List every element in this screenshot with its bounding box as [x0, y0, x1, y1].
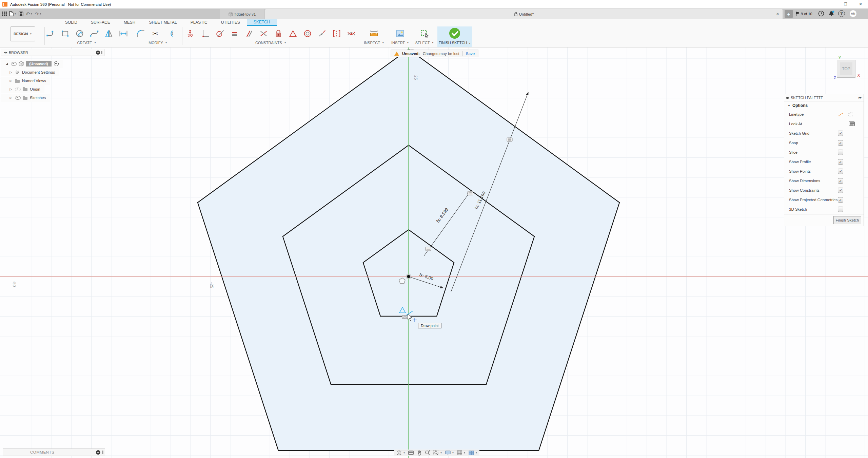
fix-constraint-icon[interactable]	[186, 28, 196, 39]
mirror-tool-icon[interactable]	[104, 28, 114, 39]
look-at-icon[interactable]	[849, 121, 855, 126]
save-icon[interactable]	[19, 12, 23, 16]
insert-image-icon[interactable]	[395, 28, 405, 39]
curvature-constraint-icon[interactable]	[346, 28, 356, 39]
select-group-label[interactable]: SELECT▼	[414, 41, 435, 45]
tree-item-named-views[interactable]: ▷ Named Views	[1, 77, 50, 85]
look-at-tool[interactable]	[408, 451, 414, 455]
sketch-canvas[interactable]: -50 -25 25 fx: 8.599 fx: 11.199 fx: 5.00	[0, 47, 868, 458]
constraint-badge-2[interactable]	[468, 191, 473, 195]
visibility-eye-icon[interactable]	[15, 96, 21, 100]
document-tab-untitled[interactable]: Untitled* ✕	[265, 9, 783, 19]
close-button[interactable]: ✕	[853, 0, 868, 8]
undo-icon[interactable]: ↶▼	[26, 11, 33, 17]
sketch-grid-checkbox[interactable]: ✓	[838, 131, 843, 136]
finish-sketch-palette-button[interactable]: Finish Sketch	[833, 216, 861, 224]
show-constraints-checkbox[interactable]: ✓	[838, 188, 843, 193]
midpoint-constraint-icon[interactable]	[317, 28, 327, 39]
browser-scrollbar[interactable]	[101, 51, 102, 54]
collapse-panel-icon[interactable]: ◀◀	[4, 51, 7, 54]
view-cube[interactable]: TOP Y X Z	[837, 60, 855, 78]
symmetry-constraint-icon[interactable]	[332, 28, 342, 39]
perpendicular-constraint-icon[interactable]	[200, 28, 211, 39]
tab-sketch[interactable]: SKETCH	[247, 19, 277, 26]
concentric-constraint-icon[interactable]	[302, 28, 313, 39]
create-group-label[interactable]: CREATE▼	[45, 41, 128, 45]
tab-surface[interactable]: SURFACE	[84, 19, 117, 26]
fillet-tool-icon[interactable]	[136, 28, 146, 39]
tangent-constraint-icon[interactable]	[215, 28, 225, 39]
snap-checkbox[interactable]: ✓	[838, 140, 843, 146]
modify-group-label[interactable]: MODIFY▼	[136, 41, 180, 45]
expand-panel-icon[interactable]: ▶▶	[859, 96, 862, 99]
construction-linetype-icon[interactable]	[838, 112, 844, 117]
options-section-header[interactable]: ▼ Options	[784, 101, 864, 110]
select-tool-icon[interactable]	[419, 28, 430, 39]
parallel-constraint-icon[interactable]	[244, 28, 254, 39]
tab-solid[interactable]: SOLID	[58, 19, 84, 26]
job-status-icon[interactable]	[818, 10, 825, 17]
tree-item-origin[interactable]: ▷ Origin	[1, 85, 44, 93]
origin-point[interactable]	[407, 275, 410, 278]
sketch-dimension-tool-icon[interactable]	[118, 28, 129, 39]
tree-item-sketches[interactable]: ▷ Sketches	[1, 94, 50, 102]
add-comment-icon[interactable]: +	[96, 450, 100, 455]
show-projected-geometries-checkbox[interactable]: ✓	[838, 197, 843, 203]
browser-minus-icon[interactable]: −	[96, 51, 100, 55]
slice-checkbox[interactable]	[838, 150, 843, 155]
measure-tool-icon[interactable]	[369, 28, 379, 39]
help-icon[interactable]: ?	[838, 10, 845, 17]
equal-constraint-icon[interactable]	[230, 28, 240, 39]
visibility-eye-off-icon[interactable]	[15, 88, 21, 91]
show-dimensions-checkbox[interactable]: ✓	[838, 178, 843, 184]
expander-closed-icon[interactable]: ▷	[9, 96, 13, 99]
minimize-button[interactable]: –	[823, 0, 838, 8]
circle-tool-icon[interactable]	[75, 28, 85, 39]
comments-scrollbar[interactable]	[102, 451, 103, 454]
line-tool-icon[interactable]	[45, 28, 56, 39]
trim-tool-icon[interactable]: ✂	[150, 28, 160, 39]
expander-closed-icon[interactable]: ▷	[9, 88, 13, 91]
activate-radio-icon[interactable]	[54, 61, 59, 66]
data-panel-grid-icon[interactable]	[2, 12, 7, 16]
tab-utilities[interactable]: UTILITIES	[214, 19, 247, 26]
document-tab-fidget-toy[interactable]: fidget-toy v1	[220, 9, 264, 19]
notifications-bell-icon[interactable]	[828, 10, 835, 17]
new-tab-button[interactable]: +	[785, 10, 793, 18]
fit-tool[interactable]: ▼	[433, 450, 442, 456]
root-document-label[interactable]: (Unsaved)	[26, 61, 52, 66]
inspect-group-label[interactable]: INSPECT▼	[364, 41, 384, 45]
file-menu-icon[interactable]: ▼	[9, 11, 16, 16]
browser-root-row[interactable]: ◢ (Unsaved)	[1, 60, 63, 68]
orbit-tool[interactable]: ▼	[396, 450, 405, 456]
symmetric-triangle-constraint-icon[interactable]	[288, 28, 298, 39]
3d-sketch-checkbox[interactable]	[838, 207, 843, 212]
browser-header[interactable]: ◀◀ BROWSER −	[1, 49, 104, 56]
constraints-group-label[interactable]: CONSTRAINTS▼	[186, 41, 356, 45]
user-avatar[interactable]: AN	[850, 10, 856, 17]
redo-icon[interactable]: ↷▼	[35, 11, 42, 17]
sketch-palette-header[interactable]: SKETCH PALETTE ▶▶	[784, 94, 864, 101]
collinear-constraint-icon[interactable]	[259, 28, 269, 39]
view-cube-face[interactable]: TOP	[840, 62, 852, 75]
maximize-button[interactable]: ❐	[838, 0, 853, 8]
fixed-linetype-icon[interactable]	[848, 112, 853, 117]
tab-mesh[interactable]: MESH	[117, 19, 142, 26]
show-profile-checkbox[interactable]: ✓	[838, 159, 843, 165]
expander-open-icon[interactable]: ◢	[5, 62, 9, 65]
expander-closed-icon[interactable]: ▷	[9, 71, 13, 74]
visibility-eye-icon[interactable]	[11, 62, 17, 66]
finish-sketch-button[interactable]: FINISH SKETCH ▼	[437, 26, 472, 47]
zoom-tool[interactable]	[425, 450, 430, 456]
spline-tool-icon[interactable]	[89, 28, 99, 39]
rectangle-tool-icon[interactable]	[60, 28, 70, 39]
lock-constraint-icon[interactable]	[273, 28, 283, 39]
offset-tool-icon[interactable]	[165, 28, 175, 39]
grid-snap-settings-tool[interactable]: ▼	[457, 450, 466, 455]
tab-sheet-metal[interactable]: SHEET METAL	[142, 19, 183, 26]
show-points-checkbox[interactable]: ✓	[838, 169, 843, 174]
insert-group-label[interactable]: INSERT▼	[390, 41, 410, 45]
design-workspace-button[interactable]: DESIGN▼	[10, 26, 35, 41]
comments-bar[interactable]: COMMENTS +	[3, 449, 105, 456]
tree-item-document-settings[interactable]: ▷ Document Settings	[1, 68, 59, 76]
